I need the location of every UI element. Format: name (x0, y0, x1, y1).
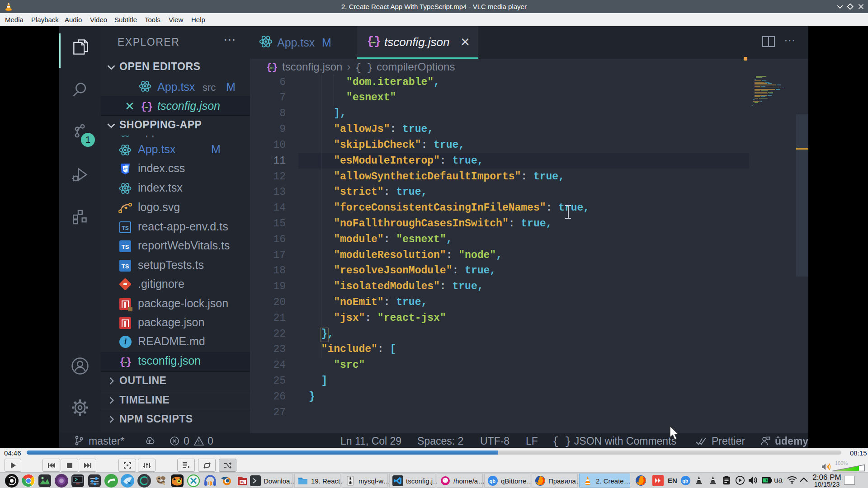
svg-text:qb: qb (682, 478, 688, 483)
svg-text:}: } (126, 356, 132, 367)
svg-text:}: } (374, 35, 381, 48)
svg-text:}: } (147, 101, 153, 112)
svg-text:{: { (266, 62, 272, 73)
svg-text:Fz: Fz (241, 480, 245, 484)
svg-text:qb: qb (490, 479, 496, 484)
svg-text:}: } (272, 62, 278, 73)
svg-text:{: { (141, 101, 147, 112)
svg-text:{: { (119, 356, 126, 367)
svg-text:{: { (367, 35, 374, 48)
